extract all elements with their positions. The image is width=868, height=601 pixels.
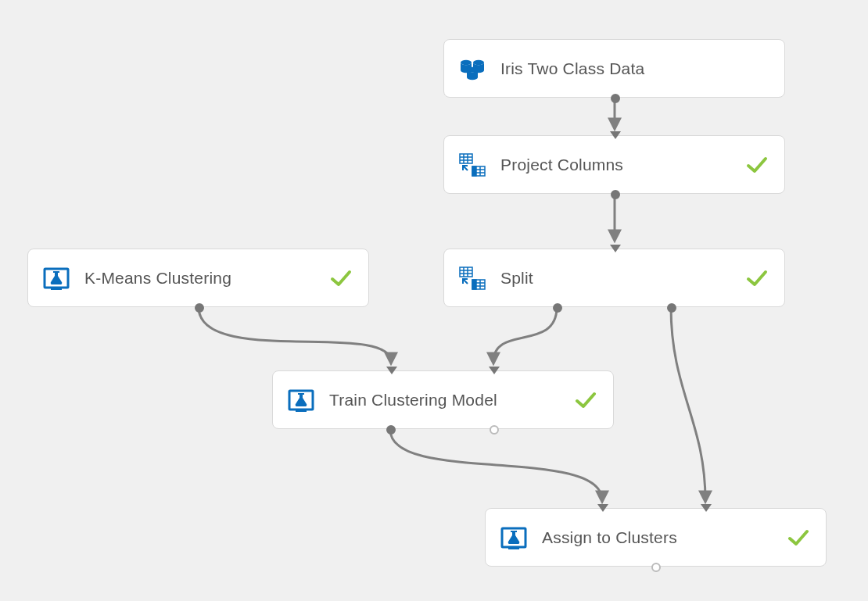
experiment-flask-icon xyxy=(42,264,70,292)
project-columns-icon xyxy=(458,264,486,292)
output-port[interactable] xyxy=(611,94,620,103)
node-label: Assign to Clusters xyxy=(542,528,779,547)
output-port-2[interactable] xyxy=(667,303,676,313)
status-success-icon xyxy=(574,388,597,412)
experiment-canvas[interactable]: Iris Two Class Data xyxy=(0,0,868,601)
status-success-icon xyxy=(787,526,810,549)
svg-rect-16 xyxy=(460,267,472,277)
svg-rect-28 xyxy=(298,393,304,395)
input-port-2[interactable] xyxy=(701,504,712,512)
output-port-1[interactable] xyxy=(553,303,562,313)
experiment-flask-icon xyxy=(500,524,528,552)
svg-rect-9 xyxy=(472,166,476,176)
node-iris-two-class-data[interactable]: Iris Two Class Data xyxy=(443,39,785,98)
svg-point-0 xyxy=(461,59,472,64)
project-columns-icon xyxy=(458,151,486,179)
status-success-icon xyxy=(745,153,769,177)
database-icon xyxy=(458,55,486,83)
edge-split-to-assign xyxy=(671,307,705,500)
svg-rect-30 xyxy=(508,547,519,549)
node-train-clustering-model[interactable]: Train Clustering Model xyxy=(272,370,614,429)
edge-kmeans-to-train xyxy=(199,307,391,362)
svg-rect-22 xyxy=(472,280,476,289)
input-port-1[interactable] xyxy=(597,504,608,512)
svg-point-1 xyxy=(473,59,484,64)
node-project-columns[interactable]: Project Columns xyxy=(443,135,785,194)
node-kmeans-clustering[interactable]: K-Means Clustering xyxy=(27,249,369,307)
svg-rect-3 xyxy=(460,154,472,163)
status-success-icon xyxy=(745,267,769,290)
input-port-2[interactable] xyxy=(489,367,500,374)
svg-rect-14 xyxy=(51,288,62,290)
output-port-2[interactable] xyxy=(490,425,499,435)
node-label: K-Means Clustering xyxy=(84,269,321,288)
input-port[interactable] xyxy=(610,245,621,252)
node-label: Split xyxy=(500,269,737,288)
svg-rect-31 xyxy=(511,531,517,532)
node-label: Train Clustering Model xyxy=(329,391,566,410)
output-port[interactable] xyxy=(651,563,661,572)
node-assign-to-clusters[interactable]: Assign to Clusters xyxy=(485,508,827,567)
svg-rect-15 xyxy=(53,271,59,273)
svg-point-2 xyxy=(467,66,478,71)
edge-train-to-assign xyxy=(390,430,602,500)
input-port[interactable] xyxy=(610,131,621,139)
edge-split-to-train xyxy=(493,307,557,362)
status-success-icon xyxy=(329,267,353,290)
output-port[interactable] xyxy=(195,303,204,313)
node-label: Project Columns xyxy=(500,156,737,174)
input-port-1[interactable] xyxy=(386,367,397,374)
svg-rect-27 xyxy=(296,410,307,412)
output-port[interactable] xyxy=(611,190,620,199)
node-label: Iris Two Class Data xyxy=(500,59,769,78)
experiment-flask-icon xyxy=(287,386,315,414)
output-port-1[interactable] xyxy=(386,425,396,435)
node-split[interactable]: Split xyxy=(443,249,785,307)
